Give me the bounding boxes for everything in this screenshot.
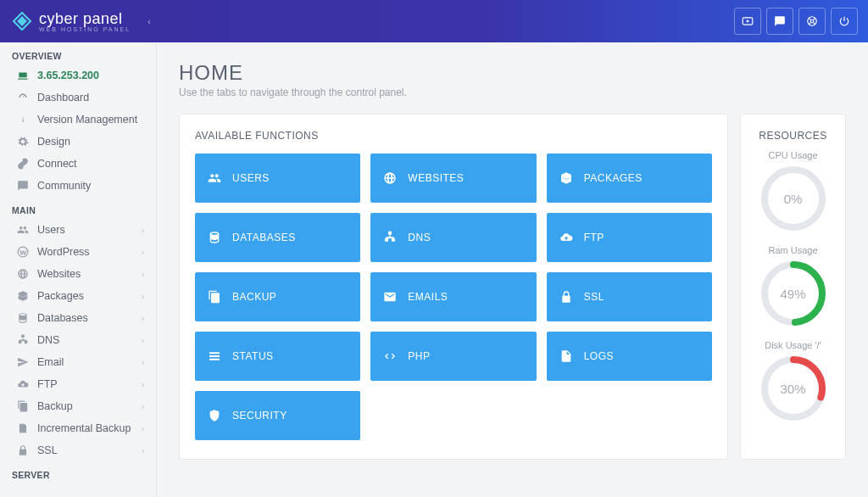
sidebar-item-label: Websites (37, 268, 81, 280)
gauge-disk-usage-: Disk Usage '/'30% (756, 340, 830, 422)
lock-icon (15, 444, 31, 456)
brand-tagline: WEB HOSTING PANEL (39, 26, 131, 32)
gauge-label: CPU Usage (756, 150, 830, 160)
sidebar-item-community[interactable]: Community (0, 175, 156, 197)
page-subtitle: Use the tabs to navigate through the con… (179, 87, 846, 98)
sidebar-item-connect[interactable]: Connect (0, 153, 156, 175)
functions-heading: AVAILABLE FUNCTIONS (195, 130, 712, 142)
tile-dns[interactable]: DNS (370, 213, 536, 262)
tile-label: STATUS (232, 350, 274, 362)
sidebar-header-overview: OVERVIEW (0, 42, 156, 64)
tile-label: WEBSITES (408, 172, 464, 184)
send-icon (15, 356, 31, 368)
brand-logo[interactable]: cyber panel WEB HOSTING PANEL (12, 10, 131, 32)
gauge-cpu-usage: CPU Usage0% (756, 150, 830, 232)
youtube-icon (742, 15, 754, 27)
svg-marker-5 (17, 16, 27, 26)
tile-ftp[interactable]: FTP (547, 213, 712, 262)
sidebar-item-email[interactable]: Email› (0, 351, 156, 373)
sidebar-item-label: Connect (37, 158, 77, 170)
boxes-icon (559, 171, 574, 185)
sidebar-item-label: Backup (37, 400, 73, 412)
users-icon (15, 224, 31, 236)
inc-icon (15, 422, 31, 434)
resources-heading: RESOURCES (756, 130, 830, 142)
sidebar-item-ftp[interactable]: FTP› (0, 373, 156, 395)
sidebar-item-label: DNS (37, 334, 59, 346)
tile-backup[interactable]: BACKUP (195, 272, 360, 321)
sidebar-header-server: SERVER (0, 461, 156, 483)
copy-icon (207, 290, 222, 304)
sidebar-item-wordpress[interactable]: WordPress› (0, 241, 156, 263)
chevron-right-icon: › (142, 424, 144, 433)
tile-emails[interactable]: EMAILS (370, 272, 536, 321)
gauge-ring: 49% (760, 260, 826, 327)
tile-websites[interactable]: WEBSITES (370, 154, 536, 203)
tile-php[interactable]: PHP (370, 332, 536, 381)
sidebar-item-packages[interactable]: Packages› (0, 285, 156, 307)
cloud-up-icon (15, 378, 31, 390)
power-icon (838, 15, 850, 27)
sidebar-item-label: Email (37, 356, 64, 368)
chevron-right-icon: › (142, 292, 144, 301)
sidebar-item-design[interactable]: Design (0, 131, 156, 153)
chevron-right-icon: › (142, 336, 144, 345)
sidebar-item-ssl[interactable]: SSL› (0, 439, 156, 461)
sidebar: OVERVIEW3.65.253.200DashboardVersion Man… (0, 42, 157, 497)
sidebar-collapse-toggle[interactable]: ‹ (147, 17, 150, 26)
gauge-percent: 0% (760, 165, 826, 232)
sidebar-item-label: FTP (37, 378, 58, 390)
sidebar-item-version-management[interactable]: Version Management (0, 109, 156, 131)
sidebar-item-label: Databases (37, 312, 88, 324)
tile-databases[interactable]: DATABASES (195, 213, 360, 262)
chevron-right-icon: › (142, 314, 144, 323)
tile-label: PHP (408, 350, 430, 362)
tile-label: SSL (584, 291, 604, 303)
sidebar-item-label: Incremental Backup (37, 422, 131, 434)
sidebar-item-dashboard[interactable]: Dashboard (0, 87, 156, 109)
sidebar-item-databases[interactable]: Databases› (0, 307, 156, 329)
power-button[interactable] (831, 8, 858, 35)
chevron-right-icon: › (142, 226, 144, 235)
globe-icon (15, 268, 31, 280)
gauge-percent: 30% (760, 355, 826, 422)
gauge-icon (15, 92, 31, 103)
sidebar-item-label: Version Management (37, 114, 137, 126)
sidebar-item-label: SSL (37, 444, 58, 456)
functions-panel: AVAILABLE FUNCTIONS USERSWEBSITESPACKAGE… (179, 114, 728, 460)
tile-label: DNS (408, 232, 431, 243)
sidebar-item-dns[interactable]: DNS› (0, 329, 156, 351)
tile-status[interactable]: STATUS (195, 332, 360, 381)
gauge-label: Ram Usage (756, 245, 830, 255)
users-icon (207, 171, 222, 185)
tile-packages[interactable]: PACKAGES (547, 154, 712, 203)
support-button[interactable] (798, 8, 826, 35)
sidebar-item-label: Community (37, 180, 91, 192)
sidebar-item-backup[interactable]: Backup› (0, 395, 156, 417)
tile-label: EMAILS (408, 291, 448, 303)
bars-icon (207, 349, 222, 363)
sidebar-item-websites[interactable]: Websites› (0, 263, 156, 285)
sidebar-item-incremental-backup[interactable]: Incremental Backup› (0, 417, 156, 439)
tile-ssl[interactable]: SSL (547, 272, 712, 321)
chat-button[interactable] (766, 8, 793, 35)
globe-icon (382, 171, 398, 185)
code-icon (382, 349, 398, 363)
tile-logs[interactable]: LOGS (547, 332, 712, 381)
youtube-button[interactable] (734, 8, 761, 35)
sidebar-item-3-65-253-200[interactable]: 3.65.253.200 (0, 64, 156, 87)
main-content: HOME Use the tabs to navigate through th… (157, 42, 868, 497)
tile-users[interactable]: USERS (195, 154, 360, 203)
sidebar-item-users[interactable]: Users› (0, 219, 156, 241)
chevron-right-icon: › (142, 402, 144, 411)
chat-icon (15, 180, 31, 192)
sidebar-item-label: 3.65.253.200 (37, 70, 99, 81)
sidebar-header-main: MAIN (0, 197, 156, 219)
brand-name: cyber panel (39, 10, 131, 28)
page-title: HOME (179, 61, 846, 85)
mail-icon (382, 290, 398, 304)
gauge-ring: 30% (760, 355, 826, 422)
gauge-label: Disk Usage '/' (756, 340, 830, 350)
tile-security[interactable]: SECURITY (195, 391, 360, 440)
tile-label: USERS (232, 172, 270, 184)
